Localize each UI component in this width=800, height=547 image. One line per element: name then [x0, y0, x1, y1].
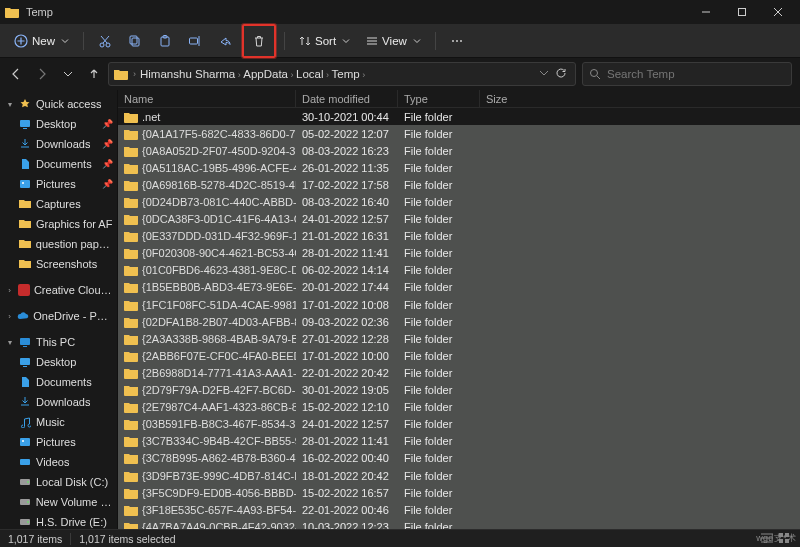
sidebar-item[interactable]: Graphics for AF — [0, 214, 117, 234]
tiles-view-toggle[interactable] — [778, 532, 792, 546]
table-row[interactable]: {4A7BA7A49-0CBB-4F42-9032-5141008DA8...1… — [118, 518, 800, 529]
sidebar-item[interactable]: Documents — [0, 372, 117, 392]
back-button[interactable] — [8, 64, 24, 84]
table-row[interactable]: {0A8A052D-2F07-450D-9204-31510C4DA...08-… — [118, 142, 800, 159]
table-row[interactable]: {2A3A338B-9868-4BAB-9A79-BF007CBD8...27-… — [118, 330, 800, 347]
chevron-right-icon[interactable]: › — [133, 69, 136, 79]
pin-icon: 📌 — [102, 119, 113, 129]
sidebar-item[interactable]: Screenshots — [0, 254, 117, 274]
file-type: File folder — [398, 299, 480, 311]
table-row[interactable]: {3D9FB73E-999C-4DB7-814C-D2AE3FC7A...18-… — [118, 467, 800, 484]
sidebar-item-label: question papers — [36, 238, 113, 250]
table-row[interactable]: {2ABB6F07E-CF0C-4FA0-BEED-277CAC5E3...17… — [118, 347, 800, 364]
file-type: File folder — [398, 367, 480, 379]
sidebar-item[interactable]: Downloads📌 — [0, 134, 117, 154]
creative-cloud-icon — [17, 283, 30, 297]
folder-icon — [113, 66, 129, 82]
music-icon — [18, 415, 32, 429]
recent-locations-button[interactable] — [539, 68, 549, 80]
status-bar: 1,017 items 1,017 items selected — [0, 529, 800, 547]
file-type: File folder — [398, 333, 480, 345]
column-header-type[interactable]: Type — [398, 90, 480, 107]
table-row[interactable]: {1FC1F08FC-51DA-4CAE-9981-44EF8DCA5...17… — [118, 296, 800, 313]
download-icon — [18, 395, 32, 409]
rename-button[interactable] — [182, 28, 208, 54]
sidebar-item[interactable]: Local Disk (C:) — [0, 472, 117, 492]
copy-button[interactable] — [122, 28, 148, 54]
table-row[interactable]: {3F5C9DF9-ED0B-4056-BBBD-64331725E5...15… — [118, 484, 800, 501]
table-row[interactable]: {0F020308-90C4-4621-BC53-4CE7775A6A...28… — [118, 245, 800, 262]
folder-icon — [124, 435, 138, 447]
table-row[interactable]: {3C78B995-A862-4B78-B360-4E6374D143...16… — [118, 450, 800, 467]
window-controls — [688, 0, 796, 24]
table-row[interactable]: .net30-10-2021 00:44File folder — [118, 108, 800, 125]
maximize-button[interactable] — [724, 0, 760, 24]
recent-button[interactable] — [60, 64, 76, 84]
paste-button[interactable] — [152, 28, 178, 54]
close-button[interactable] — [760, 0, 796, 24]
file-type: File folder — [398, 179, 480, 191]
sidebar-item-onedrive[interactable]: › OneDrive - Person — [0, 306, 117, 326]
sidebar-item[interactable]: Pictures📌 — [0, 174, 117, 194]
table-row[interactable]: {2E7987C4-AAF1-4323-86CB-8EB0F92F23...15… — [118, 399, 800, 416]
view-button[interactable]: View — [360, 31, 427, 51]
delete-button[interactable] — [246, 28, 272, 54]
table-row[interactable]: {0D24DB73-081C-440C-ABBD-D70FC2371...08-… — [118, 193, 800, 210]
table-row[interactable]: {0A5118AC-19B5-4996-ACFE-4940439D9...26-… — [118, 159, 800, 176]
table-row[interactable]: {01C0FBD6-4623-4381-9E8C-DF3D5ABF8...06-… — [118, 262, 800, 279]
sidebar-item[interactable]: Videos — [0, 452, 117, 472]
table-row[interactable]: {3C7B334C-9B4B-42CF-BB55-93006ECE9...28-… — [118, 433, 800, 450]
sidebar-item[interactable]: Documents📌 — [0, 154, 117, 174]
table-row[interactable]: {0E337DDD-031D-4F32-969F-1DFD189964...21… — [118, 228, 800, 245]
sort-button[interactable]: Sort — [293, 31, 356, 51]
sidebar-item-creative-cloud[interactable]: › Creative Cloud Fil — [0, 280, 117, 300]
details-view-toggle[interactable] — [760, 532, 774, 546]
sidebar-item[interactable]: Desktop — [0, 352, 117, 372]
sidebar-item[interactable]: Captures — [0, 194, 117, 214]
table-row[interactable]: {0A1A17F5-682C-4833-86D0-71430E31EF...05… — [118, 125, 800, 142]
cut-button[interactable] — [92, 28, 118, 54]
table-row[interactable]: {02DFA1B8-2B07-4D03-AFBB-8A6BC7C0...09-0… — [118, 313, 800, 330]
file-type: File folder — [398, 316, 480, 328]
breadcrumb-segment[interactable]: Himanshu Sharma — [140, 68, 235, 80]
sidebar-item[interactable]: Desktop📌 — [0, 114, 117, 134]
sidebar-item[interactable]: Pictures — [0, 432, 117, 452]
search-box[interactable] — [582, 62, 792, 86]
table-row[interactable]: {3F18E535C-657F-4A93-BF54-85B91778968...… — [118, 501, 800, 518]
svg-rect-15 — [20, 180, 30, 188]
sidebar-item-this-pc[interactable]: ▾ This PC — [0, 332, 117, 352]
sidebar-item-quick-access[interactable]: ▾ Quick access — [0, 94, 117, 114]
up-button[interactable] — [86, 64, 102, 84]
svg-rect-14 — [23, 128, 27, 129]
column-header-size[interactable]: Size — [480, 90, 800, 107]
table-row[interactable]: {1B5EBB0B-ABD3-4E73-9E6E-B400B45B1...20-… — [118, 279, 800, 296]
breadcrumb-segment[interactable]: Local — [296, 68, 324, 80]
sidebar-item[interactable]: question papers — [0, 234, 117, 254]
table-row[interactable]: {2B6988D14-7771-41A3-AAA1-BF4B08CA0...22… — [118, 364, 800, 381]
new-button[interactable]: New — [8, 30, 75, 52]
sidebar-item[interactable]: Music — [0, 412, 117, 432]
share-button[interactable] — [212, 28, 238, 54]
table-row[interactable]: {0DCA38F3-0D1C-41F6-4A13-C6D6CFB4...24-0… — [118, 211, 800, 228]
sidebar-item[interactable]: New Volume (D: — [0, 492, 117, 512]
minimize-button[interactable] — [688, 0, 724, 24]
file-type: File folder — [398, 350, 480, 362]
forward-button[interactable] — [34, 64, 50, 84]
table-row[interactable]: {0A69816B-5278-4D2C-8519-4D21C5646B...17… — [118, 176, 800, 193]
table-row[interactable]: {2D79F79A-D2FB-42F7-BC6D-1516B67F10...30… — [118, 382, 800, 399]
refresh-button[interactable] — [555, 67, 567, 81]
sidebar-item[interactable]: H.S. Drive (E:) — [0, 512, 117, 529]
column-header-date[interactable]: Date modified — [296, 90, 398, 107]
more-button[interactable] — [444, 28, 470, 54]
document-icon — [18, 157, 32, 171]
breadcrumb-segment[interactable]: AppData — [243, 68, 288, 80]
table-row[interactable]: {03B591FB-B8C3-467F-8534-32B774BBB7...24… — [118, 416, 800, 433]
column-header-name[interactable]: Name — [118, 90, 296, 107]
breadcrumb[interactable]: › Himanshu Sharma › AppData › Local › Te… — [108, 62, 576, 86]
file-name: {3F18E535C-657F-4A93-BF54-85B91778968... — [142, 504, 296, 516]
breadcrumb-segment[interactable]: Temp — [332, 68, 360, 80]
search-input[interactable] — [607, 68, 785, 80]
sidebar-item-label: Downloads — [36, 138, 90, 150]
file-name: .net — [142, 111, 160, 123]
sidebar-item[interactable]: Downloads — [0, 392, 117, 412]
